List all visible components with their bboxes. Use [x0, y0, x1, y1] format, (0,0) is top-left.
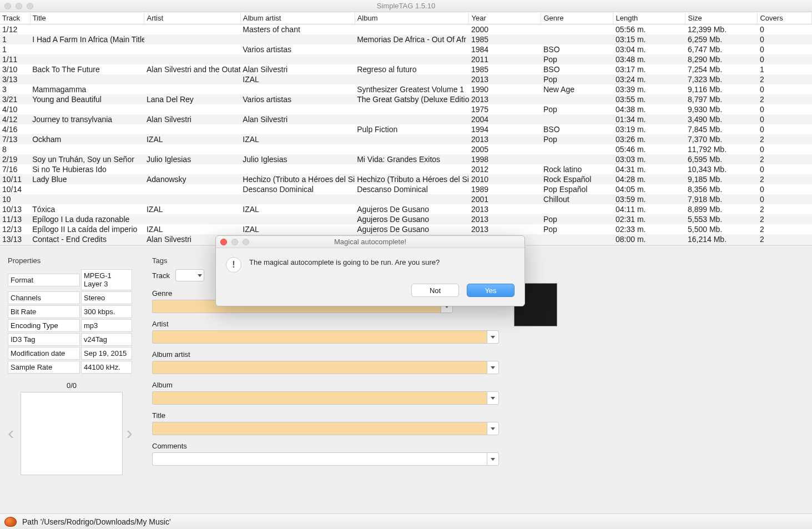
column-header[interactable]: Year	[469, 12, 541, 24]
table-row[interactable]: 8200505:46 m.11,792 Mb.0	[0, 144, 812, 154]
property-key: Sample Rate	[8, 361, 80, 374]
table-row[interactable]: 4/16Pulp Fiction1994BSO03:19 m.7,845 Mb.…	[0, 124, 812, 134]
table-cell: 02:31 m.	[613, 214, 685, 224]
column-header[interactable]: Size	[685, 12, 758, 24]
album-artist-combo[interactable]	[152, 361, 499, 374]
table-cell: 0	[758, 114, 812, 124]
table-cell	[541, 114, 613, 124]
table-row[interactable]: 4/12Journey to transylvaniaAlan Silvestr…	[0, 114, 812, 124]
table-cell: 1	[0, 34, 30, 44]
table-cell	[355, 194, 469, 204]
artwork-prev-chevron-icon[interactable]: ‹	[8, 426, 17, 441]
table-row[interactable]: 2/19Soy un Truhán, Soy un SeñorJulio Igl…	[0, 154, 812, 164]
table-cell: 04:28 m.	[613, 174, 685, 184]
column-header[interactable]: Covers	[758, 12, 812, 24]
table-cell: 3,490 Mb.	[685, 114, 758, 124]
chevron-down-icon	[491, 366, 495, 369]
track-combo[interactable]	[175, 269, 204, 281]
table-row[interactable]: 7/13OckhamIZALIZAL2013Pop03:26 m.7,370 M…	[0, 134, 812, 144]
table-cell: IZAL	[240, 134, 355, 144]
not-button[interactable]: Not	[411, 284, 459, 297]
column-header[interactable]: Artist	[144, 12, 240, 24]
table-cell: 10/13	[0, 204, 30, 214]
table-row[interactable]: 10/13TóxicaIZALIZALAgujeros De Gusano201…	[0, 204, 812, 214]
table-cell	[355, 104, 469, 114]
table-row[interactable]: 3/21Young and BeautifulLana Del ReyVario…	[0, 94, 812, 104]
table-cell: 2010	[469, 174, 541, 184]
track-label: Track	[152, 271, 170, 280]
title-label: Title	[152, 411, 513, 420]
table-cell: 5,500 Mb.	[685, 224, 758, 234]
table-cell: Synthesizer Greatest Volume 1	[355, 84, 469, 94]
property-key: Channels	[8, 291, 80, 304]
table-cell: 08:00 m.	[613, 234, 685, 244]
tracks-table[interactable]: TrackTitleArtistAlbum artistAlbumYearGen…	[0, 12, 812, 245]
column-header[interactable]: Length	[613, 12, 685, 24]
table-cell: 8,290 Mb.	[685, 54, 758, 64]
yes-button[interactable]: Yes	[467, 284, 515, 297]
table-cell: Young and Beautiful	[30, 94, 144, 104]
table-row[interactable]: 7/16Si no Te Hubieras Ido2012Rock latino…	[0, 164, 812, 174]
table-cell: 4/16	[0, 124, 30, 134]
table-row[interactable]: 11/13Epílogo I La duda razonableAgujeros…	[0, 214, 812, 224]
chevron-down-icon	[491, 458, 495, 461]
table-cell: Soy un Truhán, Soy un Señor	[30, 154, 144, 164]
table-row[interactable]: 1I Had A Farm In Africa (Main Title)Memo…	[0, 34, 812, 44]
table-cell	[355, 114, 469, 124]
table-cell: 2001	[469, 194, 541, 204]
property-key: ID3 Tag	[8, 333, 80, 346]
table-cell: 01:34 m.	[613, 114, 685, 124]
table-row[interactable]: 102001Chillout03:59 m.7,918 Mb.0	[0, 194, 812, 204]
table-cell	[541, 24, 613, 35]
table-row[interactable]: 3/13IZAL2013Pop03:24 m.7,323 Mb.2	[0, 74, 812, 84]
title-combo[interactable]	[152, 422, 499, 435]
table-row[interactable]: 3MammagammaSynthesizer Greatest Volume 1…	[0, 84, 812, 94]
table-cell: 7,845 Mb.	[685, 124, 758, 134]
artist-combo[interactable]	[152, 330, 499, 344]
table-cell: 7,370 Mb.	[685, 134, 758, 144]
table-cell	[240, 34, 355, 44]
table-cell: 10,343 Mb.	[685, 164, 758, 174]
table-cell	[144, 84, 240, 94]
table-cell: 7,254 Mb.	[685, 64, 758, 74]
table-cell: 0	[758, 24, 812, 35]
table-row[interactable]: 10/14Descanso DominicalDescanso Dominica…	[0, 184, 812, 194]
table-cell: Julio Iglesias	[240, 154, 355, 164]
table-cell: IZAL	[144, 134, 240, 144]
table-cell: BSO	[541, 64, 613, 74]
column-header[interactable]: Album artist	[240, 12, 355, 24]
table-row[interactable]: 4/101975Pop04:38 m.9,930 Mb.0	[0, 104, 812, 114]
table-row[interactable]: 3/10Back To The FutureAlan Silvestri and…	[0, 64, 812, 74]
table-cell: 0	[758, 184, 812, 194]
table-cell: 1990	[469, 84, 541, 94]
table-cell	[355, 24, 469, 35]
artwork-box[interactable]	[21, 392, 123, 475]
table-cell: 2	[758, 134, 812, 144]
table-row[interactable]: 10/11Lady BlueAdanowskyHechizo (Tributo …	[0, 174, 812, 184]
table-cell: Tóxica	[30, 204, 144, 214]
column-header[interactable]: Genre	[541, 12, 613, 24]
table-cell: Julio Iglesias	[144, 154, 240, 164]
table-cell: Alan Silvestri	[240, 114, 355, 124]
album-combo[interactable]	[152, 391, 499, 405]
table-cell	[240, 124, 355, 134]
table-cell: Alan Silvestri	[240, 64, 355, 74]
table-row[interactable]: 1/12Masters of chant200005:56 m.12,399 M…	[0, 24, 812, 35]
artwork-next-chevron-icon[interactable]: ›	[126, 426, 135, 441]
property-value: v24Tag	[81, 333, 132, 346]
table-cell: 03:03 m.	[613, 154, 685, 164]
column-header[interactable]: Title	[30, 12, 144, 24]
column-header[interactable]: Track	[0, 12, 30, 24]
table-cell: 02:33 m.	[613, 224, 685, 234]
table-row[interactable]: 12/13Epílogo II La caída del imperioIZAL…	[0, 224, 812, 234]
table-cell: 3	[0, 84, 30, 94]
table-cell	[144, 214, 240, 224]
column-header[interactable]: Album	[355, 12, 469, 24]
table-cell: 2011	[469, 54, 541, 64]
table-cell: 1989	[469, 184, 541, 194]
table-cell	[144, 44, 240, 54]
table-row[interactable]: 1/112011Pop03:48 m.8,290 Mb.0	[0, 54, 812, 64]
table-cell: 6,595 Mb.	[685, 154, 758, 164]
comments-combo[interactable]	[152, 452, 499, 466]
table-row[interactable]: 1Varios artistas1984BSO03:04 m.6,747 Mb.…	[0, 44, 812, 54]
